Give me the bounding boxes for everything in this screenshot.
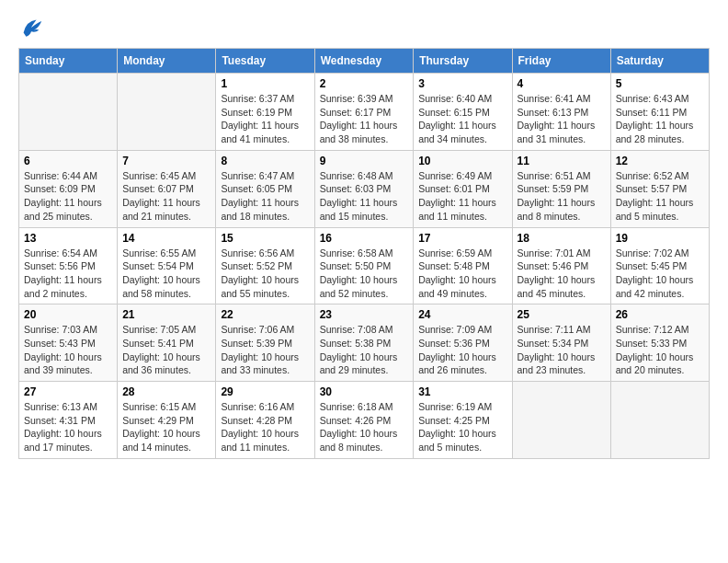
calendar-cell: 18Sunrise: 7:01 AMSunset: 5:46 PMDayligh… [512,227,610,304]
day-info: Sunrise: 6:41 AMSunset: 6:13 PMDaylight:… [518,92,606,146]
day-info: Sunrise: 6:37 AMSunset: 6:19 PMDaylight:… [221,92,309,146]
day-info: Sunrise: 6:52 AMSunset: 5:57 PMDaylight:… [616,169,704,224]
day-number: 26 [616,308,704,321]
day-number: 27 [24,385,112,398]
day-number: 25 [518,308,606,321]
day-number: 3 [418,77,506,90]
calendar-cell [610,382,709,459]
calendar-week-3: 13Sunrise: 6:54 AMSunset: 5:56 PMDayligh… [19,227,710,304]
header-wednesday: Wednesday [314,49,414,74]
calendar-cell: 3Sunrise: 6:40 AMSunset: 6:15 PMDaylight… [414,74,512,151]
calendar-cell: 12Sunrise: 6:52 AMSunset: 5:57 PMDayligh… [610,150,709,227]
day-info: Sunrise: 6:59 AMSunset: 5:48 PMDaylight:… [418,247,506,301]
day-number: 9 [320,155,409,167]
day-number: 20 [24,308,112,321]
calendar-cell: 21Sunrise: 7:05 AMSunset: 5:41 PMDayligh… [118,304,216,382]
day-info: Sunrise: 6:18 AMSunset: 4:26 PMDaylight:… [320,400,409,454]
day-info: Sunrise: 6:48 AMSunset: 6:03 PMDaylight:… [320,169,409,224]
calendar-cell: 23Sunrise: 7:08 AMSunset: 5:38 PMDayligh… [314,304,414,382]
calendar-cell: 25Sunrise: 7:11 AMSunset: 5:34 PMDayligh… [512,304,610,382]
day-info: Sunrise: 6:40 AMSunset: 6:15 PMDaylight:… [418,92,506,146]
day-number: 13 [24,232,112,245]
day-number: 17 [418,232,506,245]
calendar-cell: 4Sunrise: 6:41 AMSunset: 6:13 PMDaylight… [512,74,610,151]
calendar-cell: 20Sunrise: 7:03 AMSunset: 5:43 PMDayligh… [19,304,118,382]
calendar-cell: 1Sunrise: 6:37 AMSunset: 6:19 PMDaylight… [216,74,314,151]
calendar-cell: 10Sunrise: 6:49 AMSunset: 6:01 PMDayligh… [414,150,512,227]
day-info: Sunrise: 7:01 AMSunset: 5:46 PMDaylight:… [518,247,606,301]
day-info: Sunrise: 7:06 AMSunset: 5:39 PMDaylight:… [221,323,309,377]
day-info: Sunrise: 6:43 AMSunset: 6:11 PMDaylight:… [616,92,704,146]
day-info: Sunrise: 6:51 AMSunset: 5:59 PMDaylight:… [518,169,606,224]
calendar-cell [118,74,216,151]
day-number: 21 [122,308,210,321]
day-info: Sunrise: 6:19 AMSunset: 4:25 PMDaylight:… [418,400,506,454]
day-number: 14 [122,232,210,245]
calendar-cell: 2Sunrise: 6:39 AMSunset: 6:17 PMDaylight… [314,74,414,151]
calendar-cell: 15Sunrise: 6:56 AMSunset: 5:52 PMDayligh… [216,227,314,304]
calendar-cell: 31Sunrise: 6:19 AMSunset: 4:25 PMDayligh… [414,382,512,459]
day-info: Sunrise: 6:47 AMSunset: 6:05 PMDaylight:… [221,169,309,224]
day-number: 11 [518,155,606,167]
calendar-cell: 28Sunrise: 6:15 AMSunset: 4:29 PMDayligh… [118,382,216,459]
day-number: 7 [122,155,210,167]
day-number: 2 [320,77,409,90]
day-info: Sunrise: 6:49 AMSunset: 6:01 PMDaylight:… [418,169,506,224]
logo-bird-icon [18,15,44,40]
header-thursday: Thursday [414,49,512,74]
day-number: 10 [418,155,506,167]
calendar-cell: 22Sunrise: 7:06 AMSunset: 5:39 PMDayligh… [216,304,314,382]
calendar-table: SundayMondayTuesdayWednesdayThursdayFrid… [18,48,710,459]
calendar-cell: 11Sunrise: 6:51 AMSunset: 5:59 PMDayligh… [512,150,610,227]
logo [18,15,48,40]
day-number: 22 [221,308,309,321]
calendar-cell: 9Sunrise: 6:48 AMSunset: 6:03 PMDaylight… [314,150,414,227]
calendar-cell: 5Sunrise: 6:43 AMSunset: 6:11 PMDaylight… [610,74,709,151]
day-info: Sunrise: 7:02 AMSunset: 5:45 PMDaylight:… [616,247,704,301]
calendar-week-1: 1Sunrise: 6:37 AMSunset: 6:19 PMDaylight… [19,74,710,151]
calendar-cell: 6Sunrise: 6:44 AMSunset: 6:09 PMDaylight… [19,150,118,227]
day-info: Sunrise: 7:03 AMSunset: 5:43 PMDaylight:… [24,323,112,377]
day-number: 15 [221,232,309,245]
day-info: Sunrise: 6:58 AMSunset: 5:50 PMDaylight:… [320,247,409,301]
calendar-week-2: 6Sunrise: 6:44 AMSunset: 6:09 PMDaylight… [19,150,710,227]
calendar-cell: 26Sunrise: 7:12 AMSunset: 5:33 PMDayligh… [610,304,709,382]
calendar-header-row: SundayMondayTuesdayWednesdayThursdayFrid… [19,49,710,74]
calendar-cell: 24Sunrise: 7:09 AMSunset: 5:36 PMDayligh… [414,304,512,382]
day-info: Sunrise: 6:55 AMSunset: 5:54 PMDaylight:… [122,247,210,301]
day-number: 8 [221,155,309,167]
page-header [18,15,710,40]
calendar-cell: 30Sunrise: 6:18 AMSunset: 4:26 PMDayligh… [314,382,414,459]
day-info: Sunrise: 6:54 AMSunset: 5:56 PMDaylight:… [24,247,112,301]
day-info: Sunrise: 7:12 AMSunset: 5:33 PMDaylight:… [616,323,704,377]
day-number: 29 [221,385,309,398]
day-info: Sunrise: 6:13 AMSunset: 4:31 PMDaylight:… [24,400,112,454]
day-number: 5 [616,77,704,90]
day-info: Sunrise: 7:08 AMSunset: 5:38 PMDaylight:… [320,323,409,377]
calendar-week-5: 27Sunrise: 6:13 AMSunset: 4:31 PMDayligh… [19,382,710,459]
day-number: 16 [320,232,409,245]
day-number: 6 [24,155,112,167]
header-saturday: Saturday [610,49,709,74]
calendar-week-4: 20Sunrise: 7:03 AMSunset: 5:43 PMDayligh… [19,304,710,382]
calendar-cell: 27Sunrise: 6:13 AMSunset: 4:31 PMDayligh… [19,382,118,459]
calendar-cell [19,74,118,151]
calendar-cell: 14Sunrise: 6:55 AMSunset: 5:54 PMDayligh… [118,227,216,304]
day-info: Sunrise: 7:09 AMSunset: 5:36 PMDaylight:… [418,323,506,377]
day-number: 12 [616,155,704,167]
header-sunday: Sunday [19,49,118,74]
header-tuesday: Tuesday [216,49,314,74]
calendar-cell: 8Sunrise: 6:47 AMSunset: 6:05 PMDaylight… [216,150,314,227]
day-number: 23 [320,308,409,321]
header-friday: Friday [512,49,610,74]
calendar-cell: 7Sunrise: 6:45 AMSunset: 6:07 PMDaylight… [118,150,216,227]
calendar-cell: 29Sunrise: 6:16 AMSunset: 4:28 PMDayligh… [216,382,314,459]
day-number: 24 [418,308,506,321]
day-info: Sunrise: 6:15 AMSunset: 4:29 PMDaylight:… [122,400,210,454]
calendar-cell [512,382,610,459]
day-info: Sunrise: 7:11 AMSunset: 5:34 PMDaylight:… [518,323,606,377]
calendar-cell: 16Sunrise: 6:58 AMSunset: 5:50 PMDayligh… [314,227,414,304]
day-info: Sunrise: 6:45 AMSunset: 6:07 PMDaylight:… [122,169,210,224]
calendar-cell: 19Sunrise: 7:02 AMSunset: 5:45 PMDayligh… [610,227,709,304]
day-number: 19 [616,232,704,245]
